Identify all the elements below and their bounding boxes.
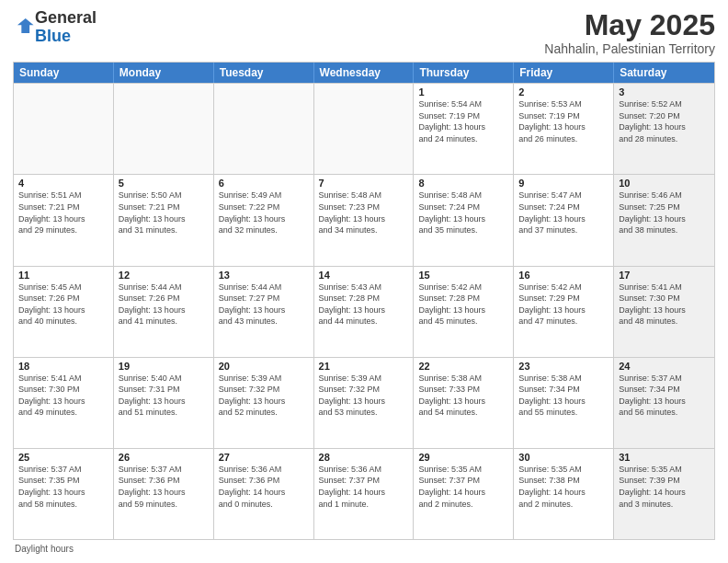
day-info: Sunrise: 5:42 AM Sunset: 7:29 PM Dayligh… <box>518 282 609 327</box>
cal-cell-3-3: 21Sunrise: 5:39 AM Sunset: 7:32 PM Dayli… <box>314 358 415 448</box>
day-info: Sunrise: 5:52 AM Sunset: 7:20 PM Dayligh… <box>619 98 710 144</box>
weekday-header-sunday: Sunday <box>14 63 114 83</box>
cal-cell-1-5: 9Sunrise: 5:47 AM Sunset: 7:24 PM Daylig… <box>514 175 614 265</box>
cal-row-3: 18Sunrise: 5:41 AM Sunset: 7:30 PM Dayli… <box>14 357 714 448</box>
svg-marker-0 <box>17 18 34 33</box>
cal-cell-4-6: 31Sunrise: 5:35 AM Sunset: 7:39 PM Dayli… <box>614 449 714 539</box>
cal-cell-1-2: 6Sunrise: 5:49 AM Sunset: 7:22 PM Daylig… <box>214 175 314 265</box>
cal-cell-4-0: 25Sunrise: 5:37 AM Sunset: 7:35 PM Dayli… <box>14 449 114 539</box>
weekday-header-friday: Friday <box>514 63 614 83</box>
cal-cell-1-6: 10Sunrise: 5:46 AM Sunset: 7:25 PM Dayli… <box>614 175 714 265</box>
day-info: Sunrise: 5:37 AM Sunset: 7:35 PM Dayligh… <box>18 464 108 510</box>
day-number: 13 <box>219 270 309 281</box>
cal-cell-0-5: 2Sunrise: 5:53 AM Sunset: 7:19 PM Daylig… <box>514 84 614 174</box>
day-info: Sunrise: 5:36 AM Sunset: 7:37 PM Dayligh… <box>319 464 409 510</box>
cal-cell-2-0: 11Sunrise: 5:45 AM Sunset: 7:26 PM Dayli… <box>14 267 114 357</box>
day-number: 26 <box>119 452 209 463</box>
day-number: 23 <box>518 361 609 372</box>
cal-cell-3-4: 22Sunrise: 5:38 AM Sunset: 7:33 PM Dayli… <box>414 358 514 448</box>
day-number: 7 <box>319 178 409 189</box>
day-info: Sunrise: 5:41 AM Sunset: 7:30 PM Dayligh… <box>18 373 108 419</box>
cal-cell-4-3: 28Sunrise: 5:36 AM Sunset: 7:37 PM Dayli… <box>314 449 415 539</box>
day-info: Sunrise: 5:48 AM Sunset: 7:24 PM Dayligh… <box>418 190 508 236</box>
day-info: Sunrise: 5:39 AM Sunset: 7:32 PM Dayligh… <box>319 373 409 419</box>
calendar-body: 1Sunrise: 5:54 AM Sunset: 7:19 PM Daylig… <box>14 83 714 539</box>
cal-cell-1-3: 7Sunrise: 5:48 AM Sunset: 7:23 PM Daylig… <box>314 175 415 265</box>
cal-cell-3-0: 18Sunrise: 5:41 AM Sunset: 7:30 PM Dayli… <box>14 358 114 448</box>
day-number: 29 <box>418 452 508 463</box>
cal-cell-1-0: 4Sunrise: 5:51 AM Sunset: 7:21 PM Daylig… <box>14 175 114 265</box>
day-info: Sunrise: 5:37 AM Sunset: 7:34 PM Dayligh… <box>619 373 710 419</box>
day-info: Sunrise: 5:49 AM Sunset: 7:22 PM Dayligh… <box>219 190 309 236</box>
cal-row-1: 4Sunrise: 5:51 AM Sunset: 7:21 PM Daylig… <box>14 174 714 265</box>
cal-cell-0-2 <box>214 84 314 174</box>
title-block: May 2025 Nahhalin, Palestinian Territory <box>544 9 715 56</box>
day-info: Sunrise: 5:40 AM Sunset: 7:31 PM Dayligh… <box>119 373 209 419</box>
day-number: 2 <box>518 86 609 98</box>
day-number: 14 <box>319 270 409 281</box>
day-number: 8 <box>418 178 508 189</box>
logo-icon <box>15 16 35 36</box>
day-number: 21 <box>319 361 409 372</box>
day-number: 16 <box>518 270 609 281</box>
cal-cell-2-2: 13Sunrise: 5:44 AM Sunset: 7:27 PM Dayli… <box>214 267 314 357</box>
footer-note: Daylight hours <box>13 544 715 554</box>
day-info: Sunrise: 5:36 AM Sunset: 7:36 PM Dayligh… <box>219 464 309 510</box>
cal-row-0: 1Sunrise: 5:54 AM Sunset: 7:19 PM Daylig… <box>14 83 714 174</box>
day-number: 9 <box>518 178 609 189</box>
day-info: Sunrise: 5:35 AM Sunset: 7:39 PM Dayligh… <box>619 464 710 510</box>
day-info: Sunrise: 5:47 AM Sunset: 7:24 PM Dayligh… <box>518 190 609 236</box>
logo-general: General <box>35 8 97 27</box>
day-info: Sunrise: 5:38 AM Sunset: 7:34 PM Dayligh… <box>518 373 609 419</box>
cal-cell-1-4: 8Sunrise: 5:48 AM Sunset: 7:24 PM Daylig… <box>414 175 514 265</box>
cal-cell-4-2: 27Sunrise: 5:36 AM Sunset: 7:36 PM Dayli… <box>214 449 314 539</box>
cal-cell-2-1: 12Sunrise: 5:44 AM Sunset: 7:26 PM Dayli… <box>114 267 214 357</box>
day-info: Sunrise: 5:51 AM Sunset: 7:21 PM Dayligh… <box>18 190 108 236</box>
page: General Blue May 2025 Nahhalin, Palestin… <box>0 0 728 563</box>
day-number: 3 <box>619 86 710 98</box>
day-number: 19 <box>119 361 209 372</box>
day-info: Sunrise: 5:44 AM Sunset: 7:27 PM Dayligh… <box>219 282 309 327</box>
cal-cell-3-5: 23Sunrise: 5:38 AM Sunset: 7:34 PM Dayli… <box>514 358 614 448</box>
cal-cell-0-4: 1Sunrise: 5:54 AM Sunset: 7:19 PM Daylig… <box>414 84 514 174</box>
daylight-label: Daylight hours <box>15 544 74 554</box>
day-info: Sunrise: 5:44 AM Sunset: 7:26 PM Dayligh… <box>119 282 209 327</box>
cal-cell-3-2: 20Sunrise: 5:39 AM Sunset: 7:32 PM Dayli… <box>214 358 314 448</box>
header: General Blue May 2025 Nahhalin, Palestin… <box>13 9 715 56</box>
day-number: 30 <box>518 452 609 463</box>
day-number: 4 <box>18 178 108 189</box>
day-info: Sunrise: 5:53 AM Sunset: 7:19 PM Dayligh… <box>518 98 609 144</box>
cal-row-2: 11Sunrise: 5:45 AM Sunset: 7:26 PM Dayli… <box>14 266 714 357</box>
cal-cell-1-1: 5Sunrise: 5:50 AM Sunset: 7:21 PM Daylig… <box>114 175 214 265</box>
day-info: Sunrise: 5:54 AM Sunset: 7:19 PM Dayligh… <box>418 98 508 144</box>
day-number: 6 <box>219 178 309 189</box>
day-info: Sunrise: 5:41 AM Sunset: 7:30 PM Dayligh… <box>619 282 710 327</box>
weekday-header-monday: Monday <box>114 63 214 83</box>
day-info: Sunrise: 5:42 AM Sunset: 7:28 PM Dayligh… <box>418 282 508 327</box>
cal-cell-4-4: 29Sunrise: 5:35 AM Sunset: 7:37 PM Dayli… <box>414 449 514 539</box>
weekday-header-wednesday: Wednesday <box>314 63 415 83</box>
day-info: Sunrise: 5:46 AM Sunset: 7:25 PM Dayligh… <box>619 190 710 236</box>
weekday-header-saturday: Saturday <box>614 63 714 83</box>
day-number: 28 <box>319 452 409 463</box>
day-number: 22 <box>418 361 508 372</box>
day-info: Sunrise: 5:48 AM Sunset: 7:23 PM Dayligh… <box>319 190 409 236</box>
day-number: 12 <box>119 270 209 281</box>
day-number: 18 <box>18 361 108 372</box>
day-number: 24 <box>619 361 710 372</box>
cal-cell-0-0 <box>14 84 114 174</box>
cal-cell-2-4: 15Sunrise: 5:42 AM Sunset: 7:28 PM Dayli… <box>414 267 514 357</box>
day-info: Sunrise: 5:35 AM Sunset: 7:37 PM Dayligh… <box>418 464 508 510</box>
day-number: 5 <box>119 178 209 189</box>
cal-cell-2-5: 16Sunrise: 5:42 AM Sunset: 7:29 PM Dayli… <box>514 267 614 357</box>
day-info: Sunrise: 5:39 AM Sunset: 7:32 PM Dayligh… <box>219 373 309 419</box>
calendar-header: SundayMondayTuesdayWednesdayThursdayFrid… <box>14 63 714 83</box>
cal-cell-4-1: 26Sunrise: 5:37 AM Sunset: 7:36 PM Dayli… <box>114 449 214 539</box>
day-info: Sunrise: 5:50 AM Sunset: 7:21 PM Dayligh… <box>119 190 209 236</box>
cal-cell-2-6: 17Sunrise: 5:41 AM Sunset: 7:30 PM Dayli… <box>614 267 714 357</box>
day-info: Sunrise: 5:45 AM Sunset: 7:26 PM Dayligh… <box>18 282 108 327</box>
day-number: 10 <box>619 178 710 189</box>
cal-cell-0-6: 3Sunrise: 5:52 AM Sunset: 7:20 PM Daylig… <box>614 84 714 174</box>
day-number: 1 <box>418 86 508 98</box>
day-number: 11 <box>18 270 108 281</box>
